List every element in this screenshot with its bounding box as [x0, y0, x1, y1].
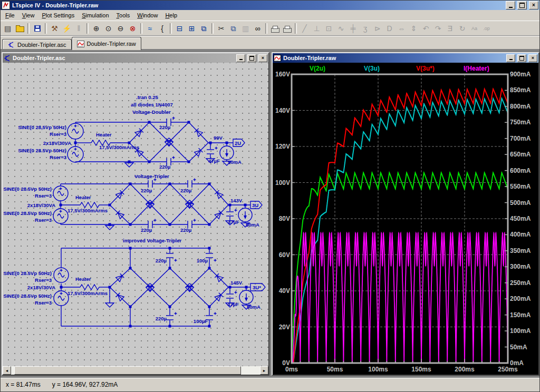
- schematic-window-titlebar[interactable]: Doubler-Tripler.asc ×: [3, 53, 268, 63]
- place-diode-icon: ⊳: [371, 23, 383, 35]
- schematic-hscrollbar[interactable]: ◄ ►: [3, 366, 268, 375]
- left-axis-tick-label: 100V: [275, 179, 290, 187]
- window-maximize-button[interactable]: [517, 1, 527, 9]
- right-axis-tick-label: 650mA: [510, 151, 531, 158]
- schematic-label: 47µF: [227, 301, 239, 307]
- title-bar: LTspice IV - Doubler-Tripler.raw ×: [1, 1, 539, 10]
- scrollbar-thumb[interactable]: [14, 366, 241, 375]
- schematic-label: 2x18V/30VA: [43, 140, 71, 146]
- plot-settings-icon[interactable]: {: [156, 23, 168, 35]
- save-icon[interactable]: [31, 23, 43, 35]
- spice-directive-icon: .op: [480, 23, 493, 35]
- zoom-area-icon[interactable]: ⊙: [102, 23, 114, 35]
- schematic-label: 220µ: [156, 258, 167, 263]
- schematic-label: 50mA: [246, 222, 259, 228]
- right-axis-tick-label: 750mA: [510, 119, 531, 126]
- print-preview-icon[interactable]: [269, 23, 281, 35]
- net-flag-label: 3U*: [253, 285, 261, 290]
- schematic-label: 99V: [214, 135, 223, 141]
- autorange-y-icon[interactable]: ≈: [144, 23, 156, 35]
- tile-horizontally-icon[interactable]: ⊟: [173, 23, 186, 35]
- control-panel-icon[interactable]: ⚒: [49, 23, 61, 35]
- schematic-label: Heater: [75, 194, 91, 200]
- menu-window[interactable]: Window: [133, 11, 161, 19]
- schematic-label: Rser=3: [35, 193, 52, 199]
- x-axis-tick-label: 250ms: [498, 366, 518, 373]
- tab-label: Doubler-Tripler.asc: [17, 42, 66, 48]
- run-simulation-icon[interactable]: ⚡: [61, 23, 73, 35]
- print-icon[interactable]: [281, 23, 293, 35]
- status-bar: x = 81.47ms y = 164.96V, 927.92mA: [1, 377, 540, 391]
- place-component-icon: D: [383, 23, 396, 35]
- schematic-label: Rser=3: [50, 154, 66, 160]
- schematic-label: 50mA: [247, 304, 261, 310]
- scroll-left-arrow-icon[interactable]: ◄: [3, 366, 11, 375]
- scroll-right-arrow-icon[interactable]: ►: [260, 366, 268, 375]
- schematic-window-title: Doubler-Tripler.asc: [13, 55, 234, 61]
- menu-simulation[interactable]: Simulation: [78, 11, 112, 19]
- x-axis-tick-label: 200ms: [455, 366, 475, 373]
- left-axis-tick-label: 120V: [275, 143, 290, 150]
- legend-I(Heater): I(Heater): [464, 65, 489, 72]
- toolbar-separator: [86, 23, 89, 34]
- waveform-window-titlebar[interactable]: Doubler-Tripler.raw ×: [273, 53, 538, 63]
- waveform-maximize-button[interactable]: [517, 54, 526, 62]
- drag-icon: ⇕: [408, 23, 420, 35]
- schematic-label: 2x18V/30VA: [27, 285, 55, 290]
- copy-icon[interactable]: ⧉: [227, 23, 239, 35]
- waveform-icon: [274, 55, 281, 62]
- left-axis-tick-label: 40V: [279, 287, 290, 295]
- schematic-maximize-button[interactable]: [247, 54, 256, 62]
- tab-doubler-tripler.asc[interactable]: Doubler-Tripler.asc: [2, 39, 72, 50]
- legend-V(2u): V(2u): [310, 65, 325, 72]
- toolbar-separator: [265, 23, 267, 34]
- schematic-label: improved Voltage-Tripler: [123, 238, 182, 243]
- schematic-label: 100µF: [194, 318, 208, 324]
- schematic-label: 220µ: [156, 316, 167, 321]
- right-axis-tick-label: 850mA: [510, 86, 531, 94]
- zoom-in-icon[interactable]: ⊕: [90, 23, 102, 35]
- schematic-label: Heater: [96, 132, 112, 138]
- schematic-label: 220µ: [180, 188, 191, 193]
- right-axis-tick-label: 800mA: [510, 103, 531, 110]
- toolbar: ▤⚒⚡‖⊕⊙⊖⊗≈{⊟⊞⧉✂⧉▥∞╱⊥⊡∿╪ʒ⊳D⇔⇕↶↷Ǝ↻Aa.op: [1, 21, 539, 36]
- legend-V(3u*): V(3u*): [416, 65, 435, 72]
- open-file-icon[interactable]: [14, 23, 26, 35]
- place-resistor-icon: ∿: [335, 23, 347, 35]
- find-icon[interactable]: ∞: [252, 23, 264, 35]
- schematic-label: 17,5V/300mArms: [68, 208, 108, 213]
- cut-icon[interactable]: ✂: [215, 23, 227, 35]
- schematic-label: Rser=3: [35, 277, 52, 283]
- new-schematic-icon[interactable]: ▤: [2, 23, 14, 35]
- waveform-plot[interactable]: 0V20V40V60V80V100V120V140V160V0mA50mA100…: [273, 63, 538, 375]
- schematic-label: 220µ: [159, 124, 170, 130]
- window-minimize-button[interactable]: [506, 1, 515, 9]
- schematic-label: 47µF: [208, 158, 220, 164]
- zoom-full-extents-icon[interactable]: ⊗: [127, 23, 139, 35]
- schematic-minimize-button[interactable]: [236, 54, 245, 62]
- menu-view[interactable]: View: [18, 11, 38, 19]
- waveform-minimize-button[interactable]: [506, 54, 515, 62]
- menu-file[interactable]: File: [2, 11, 18, 19]
- tile-vertically-icon[interactable]: ⊞: [186, 23, 198, 35]
- left-axis-tick-label: 20V: [279, 324, 290, 331]
- schematic-close-button[interactable]: ×: [258, 54, 267, 62]
- menu-help[interactable]: Help: [161, 11, 181, 19]
- schematic-canvas[interactable]: 2U3U3U*.tran 0.25all diodes 1N4007Voltag…: [3, 63, 268, 366]
- schematic-label: 220µ: [141, 188, 152, 193]
- zoom-out-icon[interactable]: ⊖: [114, 23, 127, 35]
- menu-plot-settings[interactable]: Plot Settings: [38, 11, 78, 19]
- menu-tools[interactable]: Tools: [113, 11, 134, 19]
- window-close-button[interactable]: ×: [529, 1, 538, 9]
- schematic-label: 220µ: [141, 227, 152, 233]
- x-axis-tick-label: 100ms: [368, 366, 388, 373]
- cascade-windows-icon[interactable]: ⧉: [198, 23, 210, 35]
- schematic-label: Voltage-Tripler: [134, 173, 169, 179]
- waveform-close-button[interactable]: ×: [528, 54, 537, 62]
- schematic-label: SINE(0 28.5Vp 50Hz): [18, 148, 66, 153]
- tab-doubler-tripler.raw[interactable]: Doubler-Tripler.raw: [72, 37, 141, 50]
- right-axis-tick-label: 200mA: [510, 295, 531, 302]
- right-axis-tick-label: 450mA: [510, 215, 531, 222]
- tab-label: Doubler-Tripler.raw: [87, 41, 136, 47]
- schematic-label: SINE(0 28,5Vp 50Hz): [18, 124, 66, 130]
